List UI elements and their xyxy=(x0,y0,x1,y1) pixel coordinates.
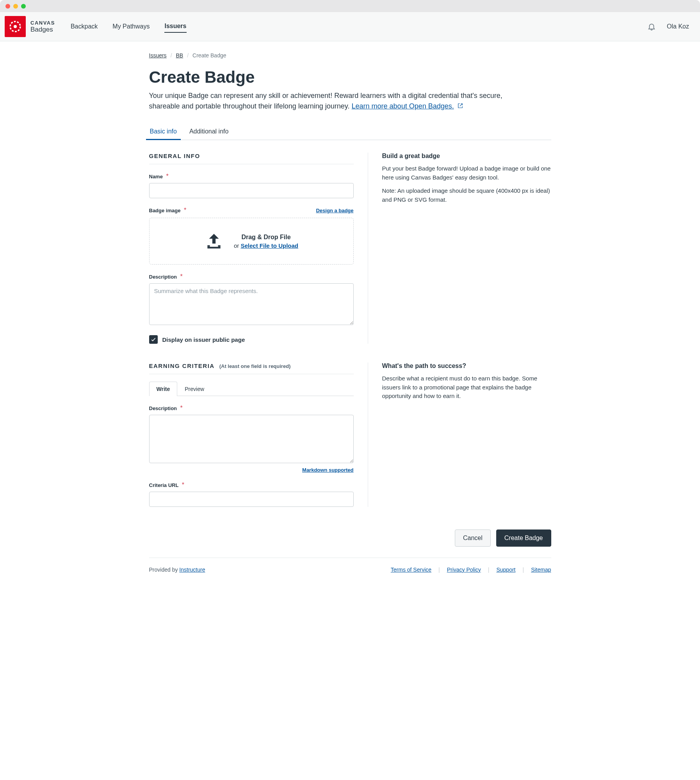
help-earning-title: What's the path to success? xyxy=(382,362,551,370)
required-icon: * xyxy=(182,482,184,488)
help-general-p1: Put your best Badge forward! Upload a ba… xyxy=(382,164,551,182)
footer-provided-by: Provided by xyxy=(149,567,180,573)
help-general: Build a great badge Put your best Badge … xyxy=(368,153,551,344)
divider xyxy=(149,164,354,164)
window-zoom-icon[interactable] xyxy=(21,4,26,9)
markdown-supported-link[interactable]: Markdown supported xyxy=(302,467,353,473)
footer-sitemap[interactable]: Sitemap xyxy=(531,567,551,573)
page-title: Create Badge xyxy=(149,68,551,87)
breadcrumb-sep: / xyxy=(187,52,189,59)
help-general-title: Build a great badge xyxy=(382,153,551,160)
tab-basic-info[interactable]: Basic info xyxy=(149,123,178,140)
label-earning-description: Description xyxy=(149,405,177,411)
help-general-p2: Note: An uploaded image should be square… xyxy=(382,187,551,204)
earning-description-textarea[interactable] xyxy=(149,415,354,463)
svg-point-1 xyxy=(14,25,17,28)
upload-icon xyxy=(204,231,224,251)
help-earning: What's the path to success? Describe wha… xyxy=(368,362,551,507)
canvas-badges-logo-icon xyxy=(5,16,26,37)
select-file-link[interactable]: Select File to Upload xyxy=(240,242,298,249)
description-textarea[interactable] xyxy=(149,283,354,325)
breadcrumb-current: Create Badge xyxy=(192,52,226,59)
badge-image-drop-zone[interactable]: Drag & Drop File or Select File to Uploa… xyxy=(149,218,354,265)
section-earning-hint: (At least one field is required) xyxy=(219,363,291,369)
editor-tab-write[interactable]: Write xyxy=(149,382,178,396)
footer-terms[interactable]: Terms of Service xyxy=(391,567,431,573)
required-icon: * xyxy=(166,173,168,179)
label-badge-image: Badge image xyxy=(149,208,181,213)
editor-tabs: Write Preview xyxy=(149,381,354,396)
divider xyxy=(149,374,354,374)
brand-text: CANVAS Badges xyxy=(30,20,55,33)
label-name: Name xyxy=(149,174,163,179)
window-chrome xyxy=(0,0,700,12)
footer: Provided by Instructure Terms of Service… xyxy=(149,558,551,573)
display-public-checkbox[interactable] xyxy=(149,335,158,344)
help-earning-p1: Describe what a recipient must do to ear… xyxy=(382,374,551,401)
page-description: Your unique Badge can represent any skil… xyxy=(149,91,520,112)
section-earning-title: Earning Criteria xyxy=(149,362,215,369)
editor-tab-preview[interactable]: Preview xyxy=(177,382,212,396)
window-minimize-icon[interactable] xyxy=(13,4,18,9)
section-general-title: General Info xyxy=(149,153,354,159)
nav-issuers[interactable]: Issuers xyxy=(164,20,186,33)
breadcrumb-bb[interactable]: BB xyxy=(176,52,183,59)
cancel-button[interactable]: Cancel xyxy=(455,529,491,547)
criteria-url-input[interactable] xyxy=(149,492,354,507)
breadcrumb: Issuers / BB / Create Badge xyxy=(149,41,551,62)
design-a-badge-link[interactable]: Design a badge xyxy=(316,208,353,213)
required-icon: * xyxy=(180,405,182,411)
user-menu[interactable]: Ola Koz xyxy=(667,23,689,30)
breadcrumb-issuers[interactable]: Issuers xyxy=(149,52,167,59)
brand-line1: CANVAS xyxy=(30,20,55,25)
required-icon: * xyxy=(184,207,186,213)
name-input[interactable] xyxy=(149,183,354,198)
learn-more-link[interactable]: Learn more about Open Badges. xyxy=(352,102,454,110)
action-bar: Cancel Create Badge xyxy=(149,529,551,558)
logo-block[interactable]: CANVAS Badges xyxy=(0,12,71,41)
topbar: CANVAS Badges Backpack My Pathways Issue… xyxy=(0,12,700,41)
label-description: Description xyxy=(149,274,177,280)
nav-my-pathways[interactable]: My Pathways xyxy=(112,21,150,32)
tab-additional-info[interactable]: Additional info xyxy=(189,123,230,140)
required-icon: * xyxy=(180,273,182,280)
drop-or: or xyxy=(234,242,241,249)
nav-backpack[interactable]: Backpack xyxy=(71,21,98,32)
display-public-label: Display on issuer public page xyxy=(162,336,245,343)
drop-title: Drag & Drop File xyxy=(234,234,298,241)
topnav: Backpack My Pathways Issuers xyxy=(71,12,187,41)
footer-privacy[interactable]: Privacy Policy xyxy=(447,567,481,573)
tabs: Basic info Additional info xyxy=(149,123,551,140)
notifications-icon[interactable] xyxy=(647,22,656,31)
brand-line2: Badges xyxy=(30,26,55,33)
create-badge-button[interactable]: Create Badge xyxy=(496,529,551,547)
label-criteria-url: Criteria URL xyxy=(149,482,179,488)
window-close-icon[interactable] xyxy=(5,4,10,9)
breadcrumb-sep: / xyxy=(171,52,172,59)
footer-support[interactable]: Support xyxy=(496,567,515,573)
external-link-icon xyxy=(458,103,463,110)
footer-provider-link[interactable]: Instructure xyxy=(179,567,205,573)
